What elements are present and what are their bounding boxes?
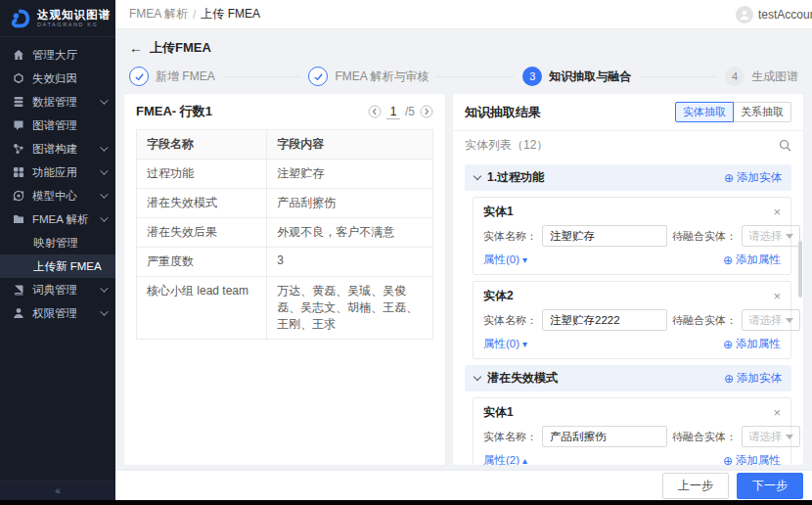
sidebar-item-function-apps[interactable]: 功能应用	[0, 161, 115, 184]
back-arrow-icon[interactable]: ←	[129, 41, 143, 55]
entity-name-label: 实体名称：	[483, 229, 537, 244]
check-icon	[129, 67, 149, 86]
caret-down-icon	[786, 318, 793, 323]
select-placeholder: 请选择	[748, 313, 783, 328]
chevron-down-icon	[100, 213, 108, 221]
add-entity-label: 添加实体	[737, 371, 782, 386]
next-page-icon[interactable]	[420, 105, 433, 118]
collapse-icon: «	[55, 485, 61, 496]
top-bar: FMEA 解析 / 上传 FMEA testAccount	[115, 0, 812, 29]
sidebar-item-label: FMEA 解析	[32, 212, 92, 227]
entity-name-input[interactable]	[542, 309, 667, 331]
tab-entity-extraction[interactable]: 实体抽取	[675, 102, 734, 122]
nodes-icon	[13, 143, 24, 155]
home-icon	[13, 49, 24, 61]
folder-icon	[13, 213, 24, 225]
chevron-down-icon	[100, 284, 108, 292]
step-1-new-fmea: 新增 FMEA	[129, 67, 215, 86]
sidebar-item-upload-new-fmea[interactable]: 上传新 FMEA	[0, 254, 115, 278]
sidebar-item-data-management[interactable]: 数据管理	[0, 90, 115, 114]
sidebar-item-dict-management[interactable]: 词典管理	[0, 278, 115, 301]
page-number-input[interactable]: 1	[386, 105, 400, 119]
step-4-generate-graph: 4 生成图谱	[725, 67, 798, 86]
field-name: 核心小组 lead team	[137, 277, 267, 340]
entity-list-header: 实体列表（12）	[453, 131, 803, 158]
sidebar-item-model-center[interactable]: 模型中心	[0, 184, 115, 207]
breadcrumb-separator: /	[193, 8, 196, 22]
merge-entity-label: 待融合实体：	[672, 229, 737, 244]
table-row: 核心小组 lead team 万达、黄磊、吴珹、吴俊磊、吴志文、胡楠、王磊、王刚…	[137, 277, 433, 340]
sidebar-item-mapping-management[interactable]: 映射管理	[0, 231, 115, 254]
page-header: ← 上传FMEA	[115, 29, 812, 61]
next-step-button[interactable]: 下一步	[737, 473, 803, 499]
sidebar-item-label: 映射管理	[33, 236, 106, 251]
sidebar-item-failure-attribution[interactable]: 失效归因	[0, 67, 115, 90]
extraction-result-title: 知识抽取结果	[465, 104, 541, 121]
sidebar-item-graph-management[interactable]: 图谱管理	[0, 114, 115, 137]
close-icon[interactable]: ×	[773, 206, 781, 218]
chevron-down-icon	[474, 172, 481, 180]
breadcrumb-current: 上传 FMEA	[201, 6, 260, 23]
fmea-row-panel-header: FMEA- 行数1 1 /5	[124, 94, 445, 127]
sidebar-menu: 管理大厅 失效归因 数据管理 图谱管理 图谱构建 功能应用 模型中心	[0, 37, 115, 481]
chevron-down-icon	[100, 166, 108, 174]
chevron-down-icon	[100, 96, 108, 104]
prev-page-icon[interactable]	[368, 105, 382, 118]
merge-entity-select[interactable]: 请选择	[742, 309, 800, 331]
sidebar-item-label: 词典管理	[32, 283, 92, 298]
sidebar-item-label: 数据管理	[32, 95, 92, 110]
entity-name-label: 实体名称：	[483, 430, 537, 444]
breadcrumb-link-fmea[interactable]: FMEA 解析	[129, 6, 188, 23]
chevron-down-icon	[100, 143, 108, 151]
add-entity-button[interactable]: ⊕ 添加实体	[724, 170, 782, 185]
merge-entity-select[interactable]: 请选择	[742, 225, 800, 247]
field-table: 字段名称 字段内容 过程功能 注塑贮存 潜在失效模式 产品刮擦伤 潜在失效后果 …	[136, 129, 433, 340]
main-content: ← 上传FMEA 新增 FMEA FMEA 解析与审核 3 知识抽取与融合 4 …	[115, 29, 812, 500]
model-icon	[13, 190, 24, 202]
attributes-count-label: 属性(0)	[483, 337, 519, 351]
entity-name-input[interactable]	[542, 225, 667, 247]
close-icon[interactable]: ×	[773, 406, 781, 419]
sidebar-item-graph-construction[interactable]: 图谱构建	[0, 137, 115, 161]
prev-step-button[interactable]: 上一步	[662, 473, 729, 499]
circle-plus-icon: ⊕	[723, 254, 733, 266]
attributes-toggle[interactable]: 属性(0) ▾	[483, 337, 527, 351]
tab-relation-extraction[interactable]: 关系抽取	[734, 102, 791, 122]
entity-card: 实体1 × 实体名称： 待融合实体： 请选择 属性	[473, 397, 791, 465]
page-title: 上传FMEA	[150, 39, 211, 57]
collapse-sidebar-button[interactable]: «	[0, 481, 115, 500]
fmea-row-panel: FMEA- 行数1 1 /5 字段名称 字段内容	[124, 94, 445, 465]
sidebar-item-fmea-parse[interactable]: FMEA 解析	[0, 207, 115, 231]
caret-down-icon	[786, 435, 793, 439]
entity-name-input[interactable]	[542, 426, 667, 447]
attributes-count-label: 属性(0)	[483, 252, 519, 267]
attributes-toggle[interactable]: 属性(0) ▾	[483, 252, 527, 267]
table-row: 潜在失效后果 外观不良，客户不满意	[137, 218, 433, 248]
attributes-toggle[interactable]: 属性(2) ▴	[483, 453, 527, 465]
sidebar-item-permission-management[interactable]: 权限管理	[0, 301, 115, 325]
brand-logo: 达观知识图谱 DATAGRAND KG	[0, 0, 115, 37]
field-content: 产品刮擦伤	[267, 189, 433, 218]
username: testAccount	[758, 8, 812, 22]
field-name: 潜在失效模式	[137, 189, 267, 218]
merge-entity-select[interactable]: 请选择	[742, 426, 800, 447]
scrollbar-thumb[interactable]	[798, 241, 802, 298]
circle-plus-icon: ⊕	[724, 172, 734, 184]
add-attribute-button[interactable]: ⊕ 添加属性	[723, 453, 781, 465]
sidebar-item-management-hall[interactable]: 管理大厅	[0, 43, 115, 67]
section-process-function[interactable]: 1.过程功能 ⊕ 添加实体	[465, 164, 791, 191]
field-content: 注塑贮存	[267, 160, 433, 189]
footer-actions: 上一步 下一步	[115, 471, 812, 500]
search-icon[interactable]	[779, 139, 791, 152]
chevron-down-icon	[474, 373, 481, 381]
bottom-edge	[0, 500, 812, 505]
add-attribute-label: 添加属性	[736, 252, 781, 267]
add-attribute-button[interactable]: ⊕ 添加属性	[723, 337, 781, 351]
add-entity-button[interactable]: ⊕ 添加实体	[724, 371, 782, 386]
section-failure-mode[interactable]: 潜在失效模式 ⊕ 添加实体	[465, 365, 791, 391]
close-icon[interactable]: ×	[773, 290, 781, 302]
add-attribute-button[interactable]: ⊕ 添加属性	[723, 252, 781, 267]
merge-entity-label: 待融合实体：	[672, 430, 737, 444]
user-menu[interactable]: testAccount	[736, 6, 812, 23]
step-connector	[223, 76, 301, 77]
